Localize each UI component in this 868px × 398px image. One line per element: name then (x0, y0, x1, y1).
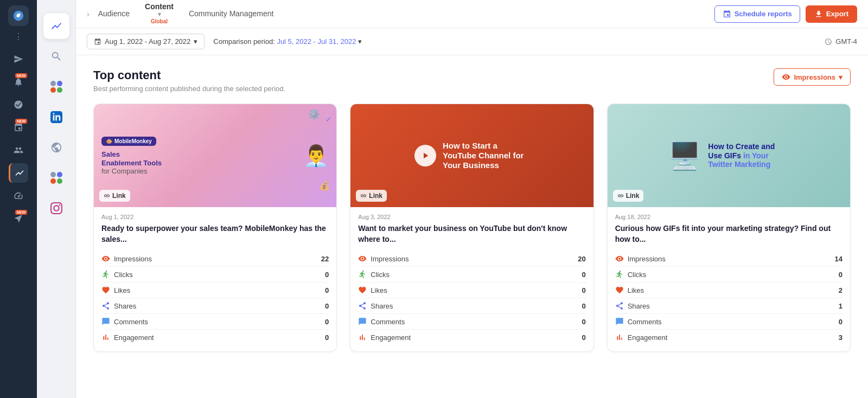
click-metric-icon-2 (358, 270, 367, 279)
new-badge: NEW (15, 73, 27, 78)
card-1-date: Aug 1, 2022 (101, 214, 329, 220)
play-button-icon (414, 145, 436, 166)
new-badge-2: NEW (15, 119, 27, 124)
card-2-title: Want to market your business on YouTube … (358, 223, 585, 245)
schedule-reports-button[interactable]: Schedule reports (714, 5, 800, 23)
share-metric-icon-2 (358, 301, 367, 310)
schedule-icon (723, 10, 731, 18)
engagement-metric-icon (101, 333, 110, 342)
card-1-image: 🐵 MobileMonkey SalesEnablement Toolsfor … (94, 104, 336, 207)
search-item[interactable] (43, 43, 69, 69)
card-3-date: Aug 18, 2022 (615, 214, 843, 220)
svg-point-1 (17, 14, 20, 17)
comparison-period: Comparison period: Jul 5, 2022 - Jul 31,… (213, 37, 362, 46)
click-metric-icon-3 (615, 270, 624, 279)
profile-group-1[interactable] (43, 74, 69, 100)
card-1-clicks: Clicks 0 (101, 267, 329, 283)
card-3-comments: Comments 0 (615, 314, 843, 330)
like-metric-icon-3 (615, 286, 624, 294)
card-3-engagement: Engagement 3 (615, 330, 843, 345)
like-metric-icon-2 (358, 286, 367, 294)
card-2-shares: Shares 0 (358, 298, 585, 314)
card-1-engagement: Engagement 0 (101, 330, 329, 345)
comparison-date-link[interactable]: Jul 5, 2022 - Jul 31, 2022 (277, 37, 358, 46)
content-card-3: 🖥️ How to Create and Use GIFs in Your Tw… (607, 104, 851, 352)
filter-bar: Aug 1, 2022 - Aug 27, 2022 ▾ Comparison … (76, 28, 868, 55)
card-2-likes: Likes 0 (358, 283, 585, 298)
link-badge-2: Link (356, 190, 387, 202)
engagement-metric-icon-3 (615, 333, 624, 342)
sidebar-calendar-icon[interactable]: NEW (9, 118, 28, 137)
eye-metric-icon-2 (358, 254, 367, 263)
sidebar-ads-icon[interactable]: NEW (9, 209, 28, 228)
card-3-title: Curious how GIFs fit into your marketing… (615, 223, 843, 245)
card-3-image: 🖥️ How to Create and Use GIFs in Your Tw… (608, 104, 850, 207)
eye-metric-icon (101, 254, 110, 263)
card-3-impressions: Impressions 14 (615, 251, 843, 267)
card-2-body: Aug 3, 2022 Want to market your business… (350, 207, 593, 351)
card-3-shares: Shares 1 (615, 298, 843, 314)
monitor-icon: 🖥️ (668, 140, 701, 171)
app-logo[interactable] (8, 5, 29, 26)
section-subtitle: Best performing content published during… (93, 85, 285, 93)
comment-metric-icon-2 (358, 317, 367, 326)
link-badge-1: Link (99, 190, 130, 202)
comment-metric-icon (101, 317, 110, 326)
share-metric-icon (101, 301, 110, 310)
sidebar-menu-dots[interactable]: ⋮ (14, 31, 23, 42)
tab-audience[interactable]: Audience (98, 2, 130, 27)
top-navigation: › Audience Content ▾ Global Community Ma… (76, 0, 868, 28)
timezone-display: GMT-4 (825, 37, 857, 46)
card-3-body: Aug 18, 2022 Curious how GIFs fit into y… (608, 207, 850, 351)
link-icon (104, 192, 110, 199)
link-icon-2 (360, 192, 367, 199)
card-2-clicks: Clicks 0 (358, 267, 585, 283)
impressions-filter-button[interactable]: Impressions ▾ (774, 68, 851, 86)
calendar-icon (94, 38, 101, 46)
card-2-date: Aug 3, 2022 (358, 214, 585, 220)
eye-icon (782, 73, 790, 81)
date-range-picker[interactable]: Aug 1, 2022 - Aug 27, 2022 ▾ (87, 34, 205, 49)
card-2-engagement: Engagement 0 (358, 330, 585, 345)
sidebar-engage-icon[interactable] (9, 140, 28, 160)
content-card-2: How to Start a YouTube Channel for Your … (350, 104, 593, 352)
new-badge-3: NEW (15, 210, 27, 215)
card-2-image: How to Start a YouTube Channel for Your … (350, 104, 593, 207)
main-sidebar: ⋮ NEW NEW NEW (0, 0, 37, 398)
globe-item[interactable] (43, 134, 69, 161)
tab-community[interactable]: Community Management (189, 2, 273, 27)
sidebar-notifications-icon[interactable]: NEW (9, 72, 28, 92)
secondary-sidebar (37, 0, 76, 398)
link-icon-3 (617, 192, 624, 199)
section-header: Top content Best performing content publ… (93, 68, 851, 93)
back-chevron[interactable]: › (87, 10, 90, 18)
card-1-title: Ready to superpower your sales team? Mob… (101, 223, 329, 245)
export-button[interactable]: Export (806, 5, 857, 23)
linkedin-item[interactable] (43, 104, 69, 130)
card-3-likes: Likes 2 (615, 283, 843, 298)
engagement-metric-icon-2 (358, 333, 367, 342)
card-1-body: Aug 1, 2022 Ready to superpower your sal… (94, 207, 336, 351)
card-3-clicks: Clicks 0 (615, 267, 843, 283)
card-1-impressions: Impressions 22 (101, 251, 329, 267)
card-2-impressions: Impressions 20 (358, 251, 585, 267)
content-card-1: 🐵 MobileMonkey SalesEnablement Toolsfor … (93, 104, 337, 352)
content-area: Top content Best performing content publ… (76, 55, 868, 398)
analytics-overview-item[interactable] (43, 13, 69, 39)
clock-icon (825, 38, 832, 46)
click-metric-icon (101, 270, 110, 279)
section-title: Top content (93, 68, 285, 82)
link-badge-3: Link (613, 190, 644, 202)
instagram-item[interactable] (43, 195, 69, 221)
sidebar-analytics-icon[interactable] (9, 163, 28, 183)
main-content: › Audience Content ▾ Global Community Ma… (76, 0, 868, 398)
card-1-likes: Likes 0 (101, 283, 329, 298)
sidebar-listen-icon[interactable] (9, 95, 28, 114)
sidebar-publish-icon[interactable] (9, 49, 28, 69)
profile-group-2[interactable] (43, 165, 69, 191)
card-1-shares: Shares 0 (101, 298, 329, 314)
card-2-comments: Comments 0 (358, 314, 585, 330)
card-1-comments: Comments 0 (101, 314, 329, 330)
export-icon (814, 10, 823, 18)
sidebar-speed-icon[interactable] (9, 186, 28, 206)
